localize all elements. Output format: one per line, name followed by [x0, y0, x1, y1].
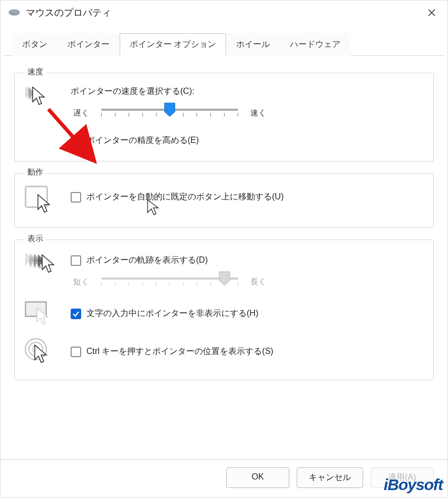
titlebar: マウスのプロパティ [1, 1, 447, 23]
speed-slow-label: 遅く [71, 108, 92, 118]
pointer-speed-slider-row: 遅く [71, 103, 424, 122]
enhance-precision-label: ポインターの精度を高める(E) [86, 135, 199, 146]
snap-auto-move-row: ポインターを自動的に既定のボタン上に移動する(U) [71, 191, 424, 203]
snap-icon [24, 185, 61, 216]
tab-buttons[interactable]: ボタン [12, 33, 57, 56]
trails-slider [101, 272, 238, 291]
trails-label: ポインターの軌跡を表示する(D) [86, 255, 208, 266]
trails-checkbox[interactable] [71, 255, 81, 266]
pointer-speed-thumb[interactable] [163, 102, 177, 117]
close-button[interactable] [421, 5, 442, 21]
tab-content: 速度 ポインターの速度を選択する(C): 遅く [1, 56, 447, 459]
trails-row: ポインターの軌跡を表示する(D) [71, 255, 424, 266]
speed-fast-label: 速く [248, 108, 269, 118]
trails-long-label: 長く [248, 277, 269, 287]
speed-icon [24, 85, 61, 116]
tab-strip: ボタン ポインター ポインター オプション ホイール ハードウェア [3, 23, 445, 56]
ctrl-locate-row: Ctrl キーを押すとポインターの位置を表示する(S) [71, 346, 424, 357]
tab-wheel[interactable]: ホイール [226, 33, 280, 56]
ctrl-locate-label: Ctrl キーを押すとポインターの位置を表示する(S) [86, 346, 274, 357]
snap-auto-move-label: ポインターを自動的に既定のボタン上に移動する(U) [86, 191, 284, 203]
trails-short-label: 短く [71, 277, 92, 287]
trails-thumb [218, 271, 231, 286]
tab-pointer-options[interactable]: ポインター オプション [120, 33, 226, 56]
mouse-properties-dialog: マウスのプロパティ ボタン ポインター ポインター オプション ホイール ハード… [0, 0, 448, 498]
svg-point-2 [9, 9, 19, 14]
hide-typing-icon [24, 301, 61, 331]
pointer-speed-slider[interactable] [101, 103, 238, 122]
hide-typing-label: 文字の入力中にポインターを非表示にする(H) [86, 308, 258, 319]
mouse-icon [8, 8, 21, 17]
watermark: iBoysoft [384, 476, 443, 494]
hide-typing-row: 文字の入力中にポインターを非表示にする(H) [71, 308, 424, 319]
group-visibility: 表示 ポインターの軌跡を表示する(D) [14, 240, 434, 380]
trails-icon [24, 252, 61, 282]
group-snap-legend: 動作 [24, 167, 46, 177]
ok-button[interactable]: OK [226, 467, 289, 488]
enhance-precision-checkbox[interactable] [71, 136, 81, 146]
cancel-button[interactable]: キャンセル [297, 467, 363, 488]
group-speed: 速度 ポインターの速度を選択する(C): 遅く [14, 73, 434, 161]
cursor-icon [147, 199, 160, 216]
ctrl-locate-icon [24, 338, 61, 368]
pointer-speed-label: ポインターの速度を選択する(C): [71, 86, 424, 97]
window-title: マウスのプロパティ [26, 6, 416, 19]
tab-hardware[interactable]: ハードウェア [280, 33, 350, 56]
hide-typing-checkbox[interactable] [71, 309, 81, 319]
snap-auto-move-checkbox[interactable] [71, 192, 81, 203]
ctrl-locate-checkbox[interactable] [71, 347, 81, 357]
enhance-precision-row: ポインターの精度を高める(E) [71, 135, 424, 146]
tab-pointers[interactable]: ポインター [57, 33, 120, 56]
close-icon [427, 8, 436, 17]
group-speed-legend: 速度 [24, 67, 46, 77]
dialog-button-bar: OK キャンセル 適用(A) [1, 459, 447, 497]
trails-slider-row: 短く [71, 272, 424, 291]
group-visibility-legend: 表示 [24, 234, 46, 244]
group-snap: 動作 ポインターを自動的に既定のボタン上に移動する(U) [14, 173, 434, 228]
